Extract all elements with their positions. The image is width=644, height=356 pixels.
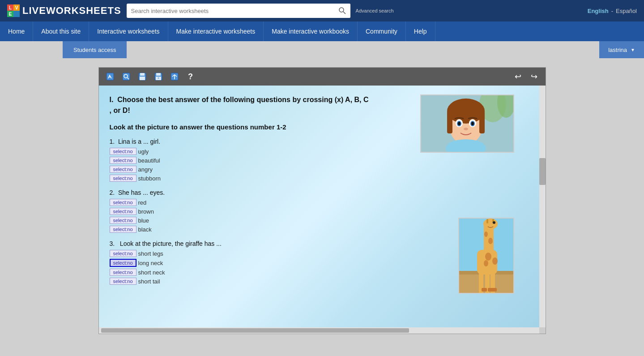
question-2-option-a-button[interactable]: select:no [110,199,136,206]
girl-image [421,95,514,153]
user-menu-button[interactable]: lastrina ▼ [599,41,644,58]
question-1-option-a-button[interactable]: select:no [110,148,136,155]
question-1-option-d-button[interactable]: select:no [110,175,136,182]
secondary-nav: Students access lastrina ▼ [0,41,644,58]
horizontal-scrollbar[interactable] [99,327,539,334]
main-nav: Home About this site Interactive workshe… [0,21,644,41]
question-1-option-c: select:no angry [110,166,535,173]
undo-button[interactable]: ↩ [512,71,524,82]
question-3-option-a-text: short legs [138,250,163,257]
question-1-option-c-button[interactable]: select:no [110,166,136,173]
svg-rect-49 [491,288,497,292]
photo-giraffe-container [458,218,514,294]
logo-block-e1: E [7,11,13,17]
question-3-option-c-text: short neck [138,269,165,276]
question-2-option-d-button[interactable]: select:no [110,226,136,233]
question-2-option-b-button[interactable]: select:no [110,208,136,215]
share-icon[interactable] [169,71,180,82]
question-2-text: 2. She has ... eyes. [110,189,535,196]
nav-help[interactable]: Help [406,21,435,41]
question-2-option-a-text: red [138,199,147,206]
students-access-label: Students access [73,47,116,53]
svg-point-0 [339,8,344,12]
nav-make-wb[interactable]: Make interactive workbooks [264,21,358,41]
svg-rect-20 [447,111,452,133]
svg-point-19 [447,99,485,124]
logo-area[interactable]: L V E LIVEWORKSHEETS [7,4,121,17]
search-input[interactable] [127,8,334,14]
help-tool-icon[interactable]: ? [185,71,196,82]
search-bar[interactable] [127,4,350,18]
language-selector: English - Español [588,8,637,14]
svg-rect-36 [486,219,488,223]
nav-make-ws[interactable]: Make interactive worksheets [168,21,264,41]
question-3-option-b-text: long neck [138,260,163,266]
svg-rect-8 [140,73,145,76]
lang-espanol[interactable]: Español [616,8,637,14]
magnify-icon[interactable] [120,71,132,82]
photo-girl-container [420,94,514,153]
photo-giraffe [458,218,514,294]
question-3-option-d-text: short tail [138,278,160,285]
redo-button[interactable]: ↪ [529,71,540,82]
question-1-option-c-text: angry [138,166,153,173]
logo-text: LIVEWORKSHEETS [22,5,121,17]
question-2-option-b: select:no brown [110,208,535,215]
logo-block-e2 [13,11,20,17]
bottom-scrollbar-row [99,327,546,334]
nav-about[interactable]: About this site [33,21,89,41]
question-2-option-c-text: blue [138,217,149,224]
horizontal-scrollbar-thumb[interactable] [101,328,409,333]
question-1-option-b-button[interactable]: select:no [110,157,136,164]
question-3-option-b-button[interactable]: select:no [110,259,136,267]
question-2-option-d-text: black [138,226,152,233]
question-1-option-d: select:no stubborn [110,175,535,182]
scrollbar-corner [539,327,546,334]
question-2-option-b-text: brown [138,208,154,215]
logo-blocks: L V E [7,4,20,17]
svg-point-42 [488,238,493,244]
question-3-option-a-button[interactable]: select:no [110,250,136,257]
question-1-option-a-text: ugly [138,148,149,155]
svg-point-38 [493,221,495,224]
question-2-option-c-button[interactable]: select:no [110,217,136,224]
svg-text:+: + [158,77,159,80]
undo-redo-group: ↩ ↪ [512,71,540,82]
question-1-option-b-text: beautiful [138,157,160,164]
save-as-icon[interactable]: + [153,71,164,82]
students-access-button[interactable]: Students access [63,41,127,58]
edit-icon[interactable] [104,71,116,82]
svg-rect-11 [156,73,161,76]
svg-point-39 [485,253,491,261]
svg-point-40 [492,257,498,265]
question-3-option-d-button[interactable]: select:no [110,278,136,285]
question-1-option-b: select:no beautiful [110,157,535,164]
chevron-down-icon: ▼ [631,47,635,52]
lang-english[interactable]: English [588,8,609,14]
svg-line-1 [343,12,345,14]
lang-separator: - [611,8,613,14]
question-3-option-c-button[interactable]: select:no [110,269,136,276]
nav-community[interactable]: Community [358,21,406,41]
svg-point-27 [471,122,474,125]
nav-worksheets[interactable]: Interactive worksheets [89,21,168,41]
svg-point-41 [484,260,488,266]
save-icon[interactable] [136,71,148,82]
question-2-option-a: select:no red [110,199,535,206]
worksheet-toolbar: + ? ↩ ↪ [99,68,546,86]
svg-rect-47 [482,288,487,292]
svg-rect-9 [140,77,145,80]
nav-home[interactable]: Home [0,21,33,41]
svg-point-28 [464,128,468,130]
question-1-option-d-text: stubborn [138,175,161,182]
svg-point-43 [484,232,488,237]
photo-girl [420,94,514,153]
svg-point-26 [458,122,461,125]
advanced-search-link[interactable]: Advanced search [356,8,394,13]
worksheet-viewport: I. Choose the best answer of the followi… [99,86,546,327]
search-button[interactable] [334,4,350,18]
logo-block-v: V [13,4,20,11]
worksheet-content: I. Choose the best answer of the followi… [99,86,546,327]
svg-rect-21 [479,111,485,133]
giraffe-image [459,219,514,294]
